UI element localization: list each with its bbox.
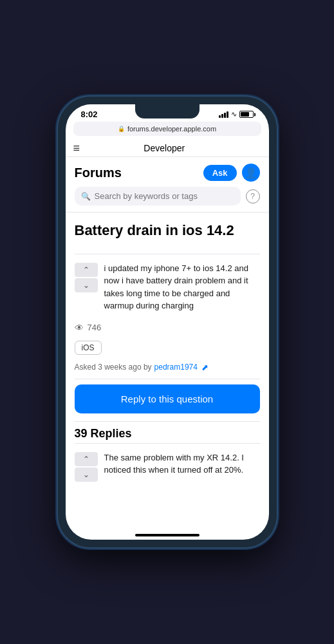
- first-reply-body: The same problem with my XR 14.2. I noti…: [104, 451, 260, 477]
- forums-header: Forums Ask 👤: [66, 157, 269, 187]
- hamburger-menu-icon[interactable]: ≡: [73, 142, 80, 154]
- search-icon: 🔍: [81, 192, 91, 201]
- downvote-button[interactable]: ⌄: [75, 278, 98, 292]
- forums-title: Forums: [75, 166, 122, 180]
- status-icons: ∿: [219, 110, 254, 118]
- address-bar-url: forums.developer.apple.com: [127, 125, 216, 133]
- thread-divider-2: [75, 379, 260, 379]
- reply-downvote-button[interactable]: ⌄: [75, 468, 98, 482]
- phone-frame: 8:02 ∿ 🔒 forums.developer.apple.com: [58, 97, 277, 547]
- nav-bar: ≡ Developer: [66, 140, 269, 157]
- forums-actions: Ask 👤: [203, 164, 260, 182]
- post-meta: 👁 746: [66, 320, 269, 338]
- ios-tag[interactable]: iOS: [75, 341, 102, 355]
- thread-title: Battery drain in ios 14.2: [75, 222, 260, 240]
- post-body: i updated my iphone 7+ to ios 14.2 and n…: [104, 262, 260, 312]
- upvote-button[interactable]: ⌃: [75, 263, 98, 277]
- battery-icon: [239, 111, 254, 118]
- search-input[interactable]: [95, 191, 234, 201]
- asked-line: Asked 3 weeks ago by pedram1974 ⬈: [66, 360, 269, 379]
- asked-text: Asked 3 weeks ago by: [75, 363, 152, 372]
- reply-button[interactable]: Reply to this question: [75, 384, 260, 413]
- home-bar: [135, 534, 199, 536]
- address-bar[interactable]: 🔒 forums.developer.apple.com: [73, 122, 261, 136]
- phone-screen: 8:02 ∿ 🔒 forums.developer.apple.com: [66, 104, 269, 540]
- main-content: Forums Ask 👤 🔍 ? Battery drain in ios 14…: [66, 157, 269, 527]
- home-indicator: [66, 527, 269, 540]
- tags-area: iOS: [66, 338, 269, 360]
- view-count: 746: [88, 323, 102, 332]
- status-time: 8:02: [81, 109, 98, 119]
- views-icon: 👁: [75, 323, 84, 333]
- vote-control: ⌃ ⌄: [75, 262, 98, 293]
- share-icon[interactable]: ⬈: [201, 363, 209, 372]
- replies-section: 39 Replies: [66, 422, 269, 443]
- reply-upvote-button[interactable]: ⌃: [75, 452, 98, 466]
- wifi-icon: ∿: [231, 110, 237, 118]
- site-name: Developer: [144, 143, 185, 153]
- signal-bars-icon: [219, 111, 228, 118]
- profile-icon[interactable]: 👤: [242, 164, 260, 182]
- author-link[interactable]: pedram1974: [154, 363, 198, 372]
- search-bar: 🔍 ?: [75, 187, 260, 205]
- search-input-wrapper[interactable]: 🔍: [75, 187, 241, 205]
- search-help-icon[interactable]: ?: [246, 189, 260, 204]
- thread-section: Battery drain in ios 14.2: [66, 213, 269, 254]
- lock-icon: 🔒: [118, 126, 125, 132]
- notch: [135, 104, 199, 118]
- ask-button[interactable]: Ask: [203, 165, 237, 181]
- first-reply: ⌃ ⌄ The same problem with my XR 14.2. I …: [66, 444, 269, 490]
- replies-heading: 39 Replies: [75, 427, 260, 440]
- post-area: ⌃ ⌄ i updated my iphone 7+ to ios 14.2 a…: [66, 254, 269, 320]
- site-logo: Developer: [80, 143, 245, 153]
- reply-vote-control: ⌃ ⌄: [75, 451, 98, 482]
